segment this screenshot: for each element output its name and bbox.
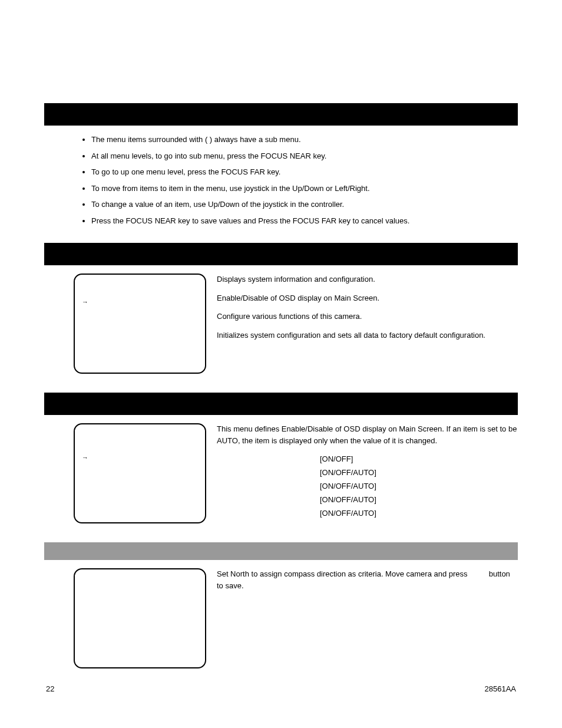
- option-row: [ON/OFF]: [217, 454, 518, 463]
- arrow-icon: →: [82, 297, 88, 307]
- option-label: [217, 468, 320, 477]
- desc-text: Configure various functions of this came…: [217, 311, 518, 322]
- page-footer: 22 28561AA: [46, 684, 516, 693]
- section-heading-compass: [44, 542, 518, 560]
- desc-text: Initializes system configuration and set…: [217, 330, 518, 341]
- option-row: [ON/OFF/AUTO]: [217, 495, 518, 504]
- option-row: [ON/OFF/AUTO]: [217, 509, 518, 518]
- compass-key-placeholder: [470, 569, 487, 578]
- option-row: [ON/OFF/AUTO]: [217, 468, 518, 477]
- list-item: At all menu levels, to go into sub menu,…: [91, 150, 518, 162]
- general-rules-list: The menu items surrounded with ( ) alway…: [44, 134, 518, 226]
- option-label: [217, 495, 320, 504]
- option-row: [ON/OFF/AUTO]: [217, 482, 518, 490]
- list-item: To move from items to item in the menu, …: [91, 183, 518, 195]
- option-value: [ON/OFF]: [320, 454, 353, 463]
- compass-block: Set North to assign compass direction as…: [44, 568, 518, 668]
- section-heading-main-menu: [44, 243, 518, 265]
- section-heading-general-rules: [44, 103, 518, 126]
- main-menu-descriptions: Displays system information and configur…: [206, 274, 518, 374]
- compass-text: Set North to assign compass direction as…: [217, 568, 518, 591]
- list-item: Press the FOCUS NEAR key to save values …: [91, 215, 518, 227]
- intro-text: This menu defines Enable/Disable of OSD …: [217, 423, 518, 446]
- option-value: [ON/OFF/AUTO]: [320, 509, 376, 518]
- main-menu-block: → Displays system information and config…: [44, 274, 518, 374]
- compass-text-part-a: Set North to assign compass direction as…: [217, 569, 470, 578]
- desc-text: Enable/Disable of OSD display on Main Sc…: [217, 292, 518, 304]
- list-item: The menu items surrounded with ( ) alway…: [91, 134, 518, 146]
- compass-content: Set North to assign compass direction as…: [206, 568, 518, 668]
- doc-number: 28561AA: [485, 684, 517, 693]
- page-number: 22: [46, 684, 54, 693]
- list-item: To change a value of an item, use Up/Dow…: [91, 199, 518, 210]
- option-label: [217, 482, 320, 490]
- option-value: [ON/OFF/AUTO]: [320, 495, 376, 504]
- option-value: [ON/OFF/AUTO]: [320, 482, 376, 490]
- osd-screen-box: [74, 568, 206, 668]
- display-setup-content: This menu defines Enable/Disable of OSD …: [206, 423, 518, 523]
- osd-screen-box: →: [74, 423, 206, 523]
- section-heading-display-setup: [44, 393, 518, 415]
- desc-text: Displays system information and configur…: [217, 274, 518, 285]
- osd-screen-box: →: [74, 274, 206, 374]
- option-label: [217, 509, 320, 518]
- list-item: To go to up one menu level, press the FO…: [91, 166, 518, 178]
- display-setup-block: → This menu defines Enable/Disable of OS…: [44, 423, 518, 523]
- option-value: [ON/OFF/AUTO]: [320, 468, 376, 477]
- arrow-icon: →: [82, 453, 88, 463]
- option-label: [217, 454, 320, 463]
